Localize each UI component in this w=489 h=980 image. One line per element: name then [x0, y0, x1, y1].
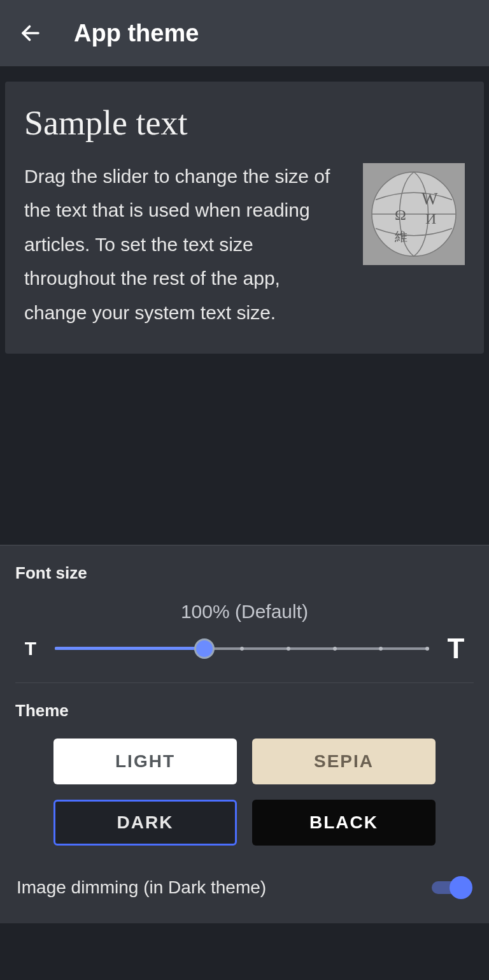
image-dimming-label: Image dimming (in Dark theme) — [17, 877, 266, 898]
font-size-value: 100% (Default) — [15, 601, 474, 623]
theme-option-black[interactable]: BLACK — [252, 800, 436, 846]
slider-thumb[interactable] — [194, 638, 215, 659]
font-size-label: Font size — [15, 563, 474, 583]
preview-body-row: Drag the slider to change the size of th… — [24, 159, 465, 329]
image-dimming-toggle[interactable] — [432, 875, 472, 900]
theme-label: Theme — [15, 701, 474, 721]
page-title: App theme — [74, 20, 199, 47]
arrow-left-icon — [19, 22, 42, 45]
image-dimming-row: Image dimming (in Dark theme) — [15, 875, 474, 900]
sample-preview-card: Sample text Drag the slider to change th… — [5, 82, 484, 354]
svg-text:Ω: Ω — [395, 206, 406, 223]
text-size-min-icon: T — [20, 638, 41, 659]
preview-title: Sample text — [24, 103, 465, 143]
svg-text:維: 維 — [394, 230, 408, 243]
slider-track-fill — [55, 647, 204, 650]
back-button[interactable] — [15, 18, 46, 48]
theme-option-sepia[interactable]: SEPIA — [252, 739, 436, 784]
theme-option-light[interactable]: LIGHT — [53, 739, 237, 784]
divider — [15, 682, 474, 683]
theme-option-dark[interactable]: DARK — [53, 800, 237, 846]
toggle-thumb — [450, 876, 472, 899]
font-size-slider[interactable] — [55, 636, 429, 661]
app-header: App theme — [0, 0, 489, 66]
preview-body-text: Drag the slider to change the size of th… — [24, 159, 348, 329]
spacer — [0, 354, 489, 545]
preview-image: W Ω И 維 — [363, 163, 465, 265]
svg-text:И: И — [425, 210, 436, 227]
font-size-slider-row: T T — [15, 633, 474, 665]
theme-options: LIGHT SEPIA DARK BLACK — [15, 739, 474, 846]
text-size-max-icon: T — [443, 633, 469, 665]
wikipedia-globe-icon: W Ω И 維 — [366, 166, 462, 262]
settings-panel: Font size 100% (Default) T T Theme LIGHT… — [0, 545, 489, 923]
svg-text:W: W — [422, 189, 438, 208]
